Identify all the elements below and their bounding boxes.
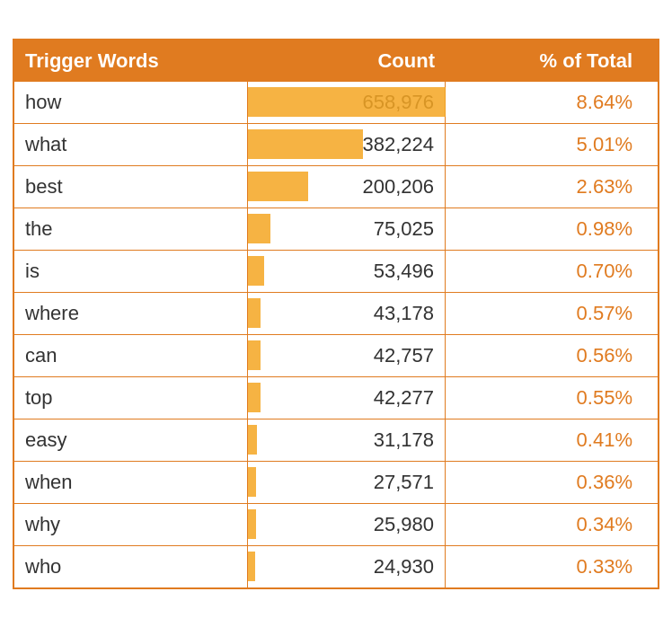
header-percent: % of Total <box>446 40 643 82</box>
cell-percent: 5.01% <box>446 124 643 165</box>
table-header: Trigger Words Count % of Total <box>14 40 658 82</box>
cell-percent: 0.36% <box>446 462 643 503</box>
cell-count: 31,178 <box>248 419 446 461</box>
bar-chart-bar <box>248 377 261 419</box>
bar-chart-bar <box>248 166 308 208</box>
cell-word: best <box>14 166 248 208</box>
bar-chart-bar <box>248 124 363 165</box>
count-value: 25,980 <box>374 513 434 536</box>
bar <box>248 467 256 496</box>
cell-count: 42,757 <box>248 335 446 376</box>
count-value: 658,976 <box>362 91 434 114</box>
count-value: 53,496 <box>374 260 434 283</box>
table-row: who 24,930 0.33% <box>14 546 658 587</box>
cell-word: top <box>14 377 248 419</box>
cell-count: 42,277 <box>248 377 446 419</box>
cell-count: 75,025 <box>248 208 446 250</box>
cell-percent: 0.55% <box>446 377 643 419</box>
bar <box>248 129 363 158</box>
count-value: 75,025 <box>374 217 434 241</box>
count-value: 200,206 <box>362 175 434 199</box>
bar <box>248 214 270 243</box>
table-row: what 382,224 5.01% <box>14 124 658 166</box>
count-value: 42,277 <box>374 386 434 410</box>
cell-word: why <box>14 504 248 545</box>
cell-percent: 8.64% <box>446 82 643 123</box>
cell-percent: 0.33% <box>446 546 643 587</box>
cell-percent: 0.98% <box>446 208 643 250</box>
bar <box>248 383 261 411</box>
count-value: 31,178 <box>374 428 434 452</box>
cell-count: 43,178 <box>248 293 446 334</box>
cell-word: who <box>14 546 248 587</box>
cell-count: 53,496 <box>248 251 446 292</box>
table-row: is 53,496 0.70% <box>14 251 658 293</box>
bar <box>248 256 264 285</box>
cell-percent: 0.57% <box>446 293 643 334</box>
cell-word: when <box>14 462 248 503</box>
trigger-words-table: Trigger Words Count % of Total how 658,9… <box>13 39 659 589</box>
table-row: top 42,277 0.55% <box>14 377 658 419</box>
bar-chart-bar <box>248 462 256 503</box>
cell-percent: 0.70% <box>446 251 643 292</box>
table-body: how 658,976 8.64% what 382,224 <box>14 82 658 587</box>
header-word: Trigger Words <box>14 40 248 82</box>
cell-word: how <box>14 82 248 123</box>
cell-word: what <box>14 124 248 165</box>
bar-chart-bar <box>248 293 261 334</box>
bar <box>248 552 255 580</box>
bar-chart-bar <box>248 546 255 587</box>
bar <box>248 425 257 454</box>
count-value: 27,571 <box>374 471 434 494</box>
cell-word: where <box>14 293 248 334</box>
table-row: the 75,025 0.98% <box>14 208 658 251</box>
table-row: easy 31,178 0.41% <box>14 419 658 462</box>
cell-count: 27,571 <box>248 462 446 503</box>
table-row: where 43,178 0.57% <box>14 293 658 335</box>
bar-chart-bar <box>248 504 256 545</box>
bar-chart-bar <box>248 251 264 292</box>
bar <box>248 509 256 538</box>
count-value: 382,224 <box>362 133 434 156</box>
table-row: when 27,571 0.36% <box>14 462 658 504</box>
cell-count: 25,980 <box>248 504 446 545</box>
cell-count: 200,206 <box>248 166 446 208</box>
bar <box>248 172 308 200</box>
cell-percent: 0.56% <box>446 335 643 376</box>
count-value: 43,178 <box>374 302 434 325</box>
cell-percent: 0.34% <box>446 504 643 545</box>
bar-chart-bar <box>248 419 257 461</box>
cell-percent: 0.41% <box>446 419 643 461</box>
table-row: why 25,980 0.34% <box>14 504 658 546</box>
cell-count: 658,976 <box>248 82 446 123</box>
table-row: best 200,206 2.63% <box>14 166 658 208</box>
cell-word: can <box>14 335 248 376</box>
bar <box>248 340 261 369</box>
cell-word: the <box>14 208 248 250</box>
cell-word: easy <box>14 419 248 461</box>
count-value: 42,757 <box>374 344 434 367</box>
table-row: how 658,976 8.64% <box>14 82 658 124</box>
cell-count: 382,224 <box>248 124 446 165</box>
cell-word: is <box>14 251 248 292</box>
cell-count: 24,930 <box>248 546 446 587</box>
bar-chart-bar <box>248 208 270 250</box>
table-row: can 42,757 0.56% <box>14 335 658 377</box>
bar <box>248 298 261 327</box>
header-count: Count <box>248 40 446 82</box>
count-value: 24,930 <box>374 555 434 578</box>
cell-percent: 2.63% <box>446 166 643 208</box>
bar-chart-bar <box>248 335 261 376</box>
